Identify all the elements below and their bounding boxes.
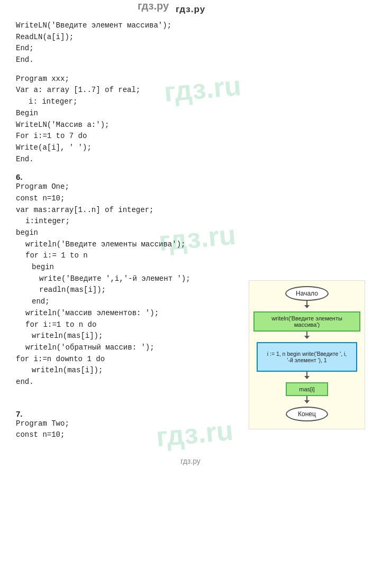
flowchart-end: Конец xyxy=(286,407,328,421)
fc-arrow4 xyxy=(306,396,307,400)
fc-arrowhead xyxy=(304,305,310,308)
code-line: Begin xyxy=(16,108,365,120)
code-line: const n=10; xyxy=(16,193,365,205)
code-line: i:integer; xyxy=(16,216,365,227)
fc-arrow3 xyxy=(306,372,307,376)
section-6-label: 6. xyxy=(16,172,365,181)
fc-arrow2 xyxy=(306,332,307,336)
fc-arrowhead2 xyxy=(304,336,310,339)
header-title: гдз.ру xyxy=(176,4,205,14)
code-line: const n=10; xyxy=(16,429,365,441)
footer-watermark: гдз.ру xyxy=(0,452,381,470)
code-line: writeln('Введите элементы массива'); xyxy=(16,239,365,251)
code-line: ReadLN(a[i]); xyxy=(16,32,365,43)
code-line: Program One; xyxy=(16,181,365,193)
code-line: begin xyxy=(16,227,365,239)
fc-arrowhead3 xyxy=(304,376,310,379)
site-header: гдз.ру xyxy=(0,0,381,17)
flowchart-start: Начало xyxy=(285,286,329,301)
flowchart-writeln: writeln('Введите элементы массива') xyxy=(253,311,360,332)
code-block-2: Program xxx; Var a: array [1..7] of real… xyxy=(16,74,365,166)
code-line: i: integer; xyxy=(16,96,365,108)
code-line: var mas:array[1..n] of integer; xyxy=(16,205,365,216)
fc-arrow xyxy=(306,301,307,305)
code-line: WriteLN('Массив a:'); xyxy=(16,120,365,131)
code-line: End; xyxy=(16,43,365,54)
flowchart: Начало writeln('Введите элементы массива… xyxy=(249,280,365,429)
code-block-1: WriteLN('Введите элемент массива'); Read… xyxy=(16,20,365,66)
code-line: for i:= 1 to n xyxy=(16,250,365,262)
code-line: Var a: array [1..7] of real; xyxy=(16,85,365,96)
code-line: Write(a[i], ' '); xyxy=(16,142,365,154)
code-line: End. xyxy=(16,154,365,166)
flowchart-loop: i := 1, n begin write('Введите ', i, '-й… xyxy=(257,342,357,372)
code-line: For i:=1 to 7 do xyxy=(16,131,365,142)
code-line: Program xxx; xyxy=(16,74,365,85)
flowchart-mas: mas[i] xyxy=(286,382,328,396)
code-line: WriteLN('Введите элемент массива'); xyxy=(16,20,365,32)
code-line: begin xyxy=(16,262,365,273)
fc-arrowhead4 xyxy=(304,400,310,403)
code-line: End. xyxy=(16,54,365,66)
